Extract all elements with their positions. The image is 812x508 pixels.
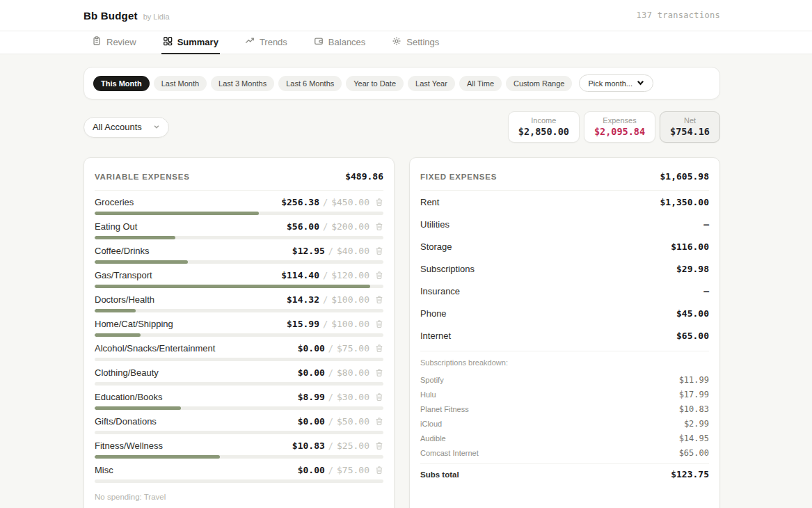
tab-settings[interactable]: Settings bbox=[390, 31, 440, 54]
brand: Bb Budget by Lidia bbox=[83, 10, 170, 22]
delete-target-button[interactable] bbox=[375, 466, 383, 475]
amount-separator: / bbox=[323, 271, 328, 280]
delete-target-button[interactable] bbox=[375, 392, 383, 402]
category-name: Fitness/Wellness bbox=[95, 440, 163, 451]
delete-target-button[interactable] bbox=[375, 319, 383, 328]
amount-separator: / bbox=[328, 417, 333, 427]
range-pill-last-month[interactable]: Last Month bbox=[154, 76, 207, 91]
range-pill-this-month[interactable]: This Month bbox=[93, 76, 150, 91]
subscription-name: Hulu bbox=[420, 390, 436, 399]
subscription-name: Audible bbox=[420, 434, 446, 443]
category-name: Subscriptions bbox=[420, 264, 475, 274]
tab-summary[interactable]: Summary bbox=[161, 31, 220, 54]
tab-review[interactable]: Review bbox=[90, 31, 138, 54]
spent-amount: $56.00 bbox=[287, 221, 319, 232]
spent-amount: $12.95 bbox=[292, 246, 325, 256]
expenses-value: $2,095.84 bbox=[594, 126, 645, 137]
fixed-expense-row: Internet$65.00 bbox=[420, 324, 709, 347]
breakdown-row: Spotify$11.99 bbox=[420, 372, 709, 387]
delete-target-button[interactable] bbox=[375, 368, 383, 377]
variable-expenses-title: VARIABLE EXPENSES bbox=[95, 173, 190, 181]
fixed-expense-row: Rent$1,350.00 bbox=[420, 191, 709, 213]
category-name: Storage bbox=[420, 241, 452, 252]
breakdown-row: Comcast Internet$65.00 bbox=[420, 445, 709, 460]
amount-separator: / bbox=[323, 295, 328, 305]
variable-expense-row: Fitness/Wellness$10.83/$25.00 bbox=[95, 434, 383, 459]
variable-row-header: Clothing/Beauty$0.00/$80.00 bbox=[95, 367, 383, 378]
range-pill-last-6-months[interactable]: Last 6 Months bbox=[278, 76, 342, 91]
category-value: $29.98 bbox=[676, 264, 709, 274]
delete-target-button[interactable] bbox=[375, 271, 383, 280]
category-amounts: $56.00/$200.00 bbox=[287, 221, 383, 232]
tab-trends[interactable]: Trends bbox=[244, 31, 289, 54]
subscription-value: $11.99 bbox=[679, 375, 709, 385]
no-spending-note: No spending: Travel bbox=[95, 493, 383, 501]
range-pill-last-3-months[interactable]: Last 3 Months bbox=[211, 76, 274, 91]
income-card: Income $2,850.00 bbox=[508, 111, 580, 143]
target-amount: $75.00 bbox=[337, 343, 369, 354]
category-name: Insurance bbox=[420, 286, 460, 296]
range-pill-year-to-date[interactable]: Year to Date bbox=[346, 76, 404, 91]
trend-icon bbox=[245, 36, 255, 48]
trash-icon bbox=[375, 271, 383, 280]
target-amount: $80.00 bbox=[337, 367, 369, 378]
income-value: $2,850.00 bbox=[518, 126, 569, 137]
spent-amount: $14.32 bbox=[287, 294, 319, 305]
tab-label: Balances bbox=[328, 37, 365, 47]
variable-row-header: Gifts/Donations$0.00/$50.00 bbox=[95, 416, 383, 427]
variable-expenses-total: $489.86 bbox=[345, 171, 383, 182]
breakdown-row: Planet Fitness$10.83 bbox=[420, 402, 709, 416]
category-amounts: $0.00/$80.00 bbox=[298, 367, 383, 378]
amount-separator: / bbox=[323, 319, 328, 329]
fixed-expense-row: Storage$116.00 bbox=[420, 235, 709, 257]
amount-separator: / bbox=[328, 441, 333, 451]
trash-icon bbox=[375, 368, 383, 377]
subscriptions-breakdown: Subscriptions breakdown: Spotify$11.99Hu… bbox=[420, 351, 709, 479]
variable-expense-row: Home/Cat/Shipping$15.99/$100.00 bbox=[95, 312, 383, 337]
category-amounts: $0.00/$50.00 bbox=[298, 416, 383, 427]
range-pill-last-year[interactable]: Last Year bbox=[408, 76, 455, 91]
variable-expense-row: Eating Out$56.00/$200.00 bbox=[95, 215, 383, 239]
delete-target-button[interactable] bbox=[375, 295, 383, 304]
variable-expense-row: Coffee/Drinks$12.95/$40.00 bbox=[95, 239, 383, 264]
variable-row-header: Misc$0.00/$75.00 bbox=[95, 465, 383, 475]
category-name: Clothing/Beauty bbox=[95, 367, 159, 378]
tab-balances[interactable]: Balances bbox=[312, 31, 367, 54]
delete-target-button[interactable] bbox=[375, 417, 383, 426]
range-pill-all-time[interactable]: All Time bbox=[459, 76, 502, 91]
month-picker-label: Pick month... bbox=[588, 79, 632, 88]
variable-row-header: Eating Out$56.00/$200.00 bbox=[95, 221, 383, 232]
delete-target-button[interactable] bbox=[375, 344, 383, 353]
subscription-name: Spotify bbox=[420, 376, 444, 384]
delete-target-button[interactable] bbox=[375, 441, 383, 450]
delete-target-button[interactable] bbox=[375, 222, 383, 231]
net-value: $754.16 bbox=[670, 126, 710, 137]
month-picker-select[interactable]: Pick month... bbox=[579, 74, 653, 92]
category-name: Home/Cat/Shipping bbox=[95, 319, 173, 329]
accounts-select[interactable]: All Accounts bbox=[83, 117, 169, 138]
fixed-expense-row: Phone$45.00 bbox=[420, 302, 709, 324]
variable-expense-row: Clothing/Beauty$0.00/$80.00 bbox=[95, 361, 383, 386]
delete-target-button[interactable] bbox=[375, 246, 383, 255]
delete-target-button[interactable] bbox=[375, 198, 383, 207]
range-pill-custom-range[interactable]: Custom Range bbox=[506, 76, 572, 91]
fixed-expenses-panel: FIXED EXPENSES $1,605.98 Rent$1,350.00Ut… bbox=[409, 157, 720, 508]
category-value: – bbox=[703, 286, 709, 296]
variable-expense-list: Groceries$256.38/$450.00Eating Out$56.00… bbox=[95, 191, 383, 483]
variable-row-header: Groceries$256.38/$450.00 bbox=[95, 197, 383, 207]
variable-expense-row: Gas/Transport$114.40/$120.00 bbox=[95, 264, 383, 288]
spent-amount: $256.38 bbox=[281, 197, 319, 207]
income-label: Income bbox=[518, 116, 569, 125]
breakdown-row: Audible$14.95 bbox=[420, 431, 709, 445]
spent-amount: $10.83 bbox=[292, 440, 325, 451]
category-name: Utilities bbox=[420, 219, 449, 230]
app-header: Bb Budget by Lidia 137 transactions bbox=[0, 0, 812, 31]
category-amounts: $0.00/$75.00 bbox=[298, 465, 383, 475]
trash-icon bbox=[375, 441, 383, 450]
category-amounts: $14.32/$100.00 bbox=[287, 294, 383, 305]
category-amounts: $0.00/$75.00 bbox=[298, 343, 383, 354]
subscription-value: $14.95 bbox=[679, 434, 709, 443]
breakdown-row: Hulu$17.99 bbox=[420, 387, 709, 402]
category-name: Education/Books bbox=[95, 392, 163, 402]
category-amounts: $10.83/$25.00 bbox=[292, 440, 383, 451]
